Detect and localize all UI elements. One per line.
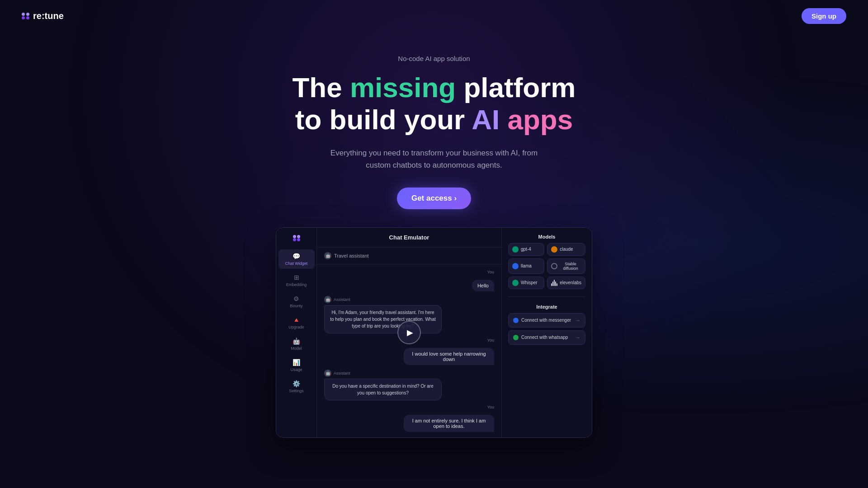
logo: re:tune bbox=[22, 11, 64, 21]
llama-dot bbox=[512, 263, 519, 269]
title-apps: apps bbox=[507, 104, 573, 135]
claude-dot bbox=[551, 246, 557, 253]
you-label-3: You bbox=[487, 405, 494, 409]
logo-text: re:tune bbox=[33, 11, 64, 21]
get-access-button[interactable]: Get access › bbox=[397, 188, 471, 209]
sidebar-item-bounty[interactable]: ⚙ Bounty bbox=[278, 292, 315, 311]
assistant-label-2: 🤖 Assistant bbox=[324, 370, 494, 377]
messenger-label: Connect with messenger bbox=[521, 318, 571, 323]
integrate-whatsapp[interactable]: Connect with whatsapp → bbox=[508, 330, 585, 345]
hero-subtitle: Everything you need to transform your bu… bbox=[321, 147, 547, 171]
model-whisper[interactable]: Whisper bbox=[508, 277, 544, 289]
assistant-icon-1: 🤖 bbox=[324, 296, 331, 303]
panel-divider bbox=[508, 296, 585, 297]
elevenlabs-icon bbox=[551, 280, 557, 286]
whatsapp-item-left: Connect with whatsapp bbox=[513, 335, 568, 340]
whatsapp-arrow-icon: → bbox=[575, 334, 580, 341]
hero-section: No-code AI app solution The missing plat… bbox=[0, 32, 868, 451]
bot-icon: 🤖 bbox=[324, 252, 331, 259]
models-title: Models bbox=[508, 234, 585, 239]
model-icon: 🤖 bbox=[292, 338, 300, 345]
play-icon: ▶ bbox=[407, 328, 413, 338]
sidebar-item-settings[interactable]: ⚙️ Settings bbox=[278, 377, 315, 396]
sidebar-item-upgrade[interactable]: 🔺 Upgrade bbox=[278, 313, 315, 333]
hero-badge: No-code AI app solution bbox=[9, 55, 859, 62]
chat-subheader: 🤖 Travel assistant bbox=[317, 248, 501, 264]
signup-button[interactable]: Sign up bbox=[802, 8, 846, 24]
whatsapp-label: Connect with whatsapp bbox=[521, 335, 568, 340]
model-elevenlabs-label: elevenlabs bbox=[560, 280, 581, 285]
model-gpt4-label: gpt-4 bbox=[521, 247, 531, 252]
integrate-messenger[interactable]: Connect with messenger → bbox=[508, 313, 585, 328]
models-section: Models gpt-4 claude llama bbox=[508, 234, 585, 289]
chat-header: Chat Emulator bbox=[317, 228, 501, 248]
sidebar-label-usage: Usage bbox=[290, 367, 302, 372]
sidebar-label-model: Model bbox=[291, 346, 302, 351]
model-whisper-label: Whisper bbox=[521, 280, 538, 285]
dashboard-preview: 💬 Chat Widget ⊞ Embedding ⚙ Bounty 🔺 Upg… bbox=[276, 227, 592, 438]
whatsapp-dot bbox=[513, 335, 519, 340]
sidebar-label-bounty: Bounty bbox=[290, 304, 302, 308]
assistant-icon-2: 🤖 bbox=[324, 370, 331, 377]
model-claude[interactable]: claude bbox=[547, 243, 585, 256]
messenger-dot bbox=[513, 318, 519, 323]
title-ai: AI bbox=[472, 104, 500, 135]
message-assistant-2: Do you have a specific destination in mi… bbox=[324, 379, 442, 400]
sidebar-item-chat-widget[interactable]: 💬 Chat Widget bbox=[278, 249, 315, 269]
play-button[interactable]: ▶ bbox=[397, 321, 421, 344]
title-part3: to build your bbox=[295, 104, 472, 135]
stable-diffusion-dot bbox=[551, 263, 557, 269]
model-stable-diffusion-label: Stable diffusion bbox=[560, 262, 581, 271]
title-part1: The bbox=[292, 72, 350, 103]
chat-main: Chat Emulator 🤖 Travel assistant You Hel… bbox=[317, 228, 501, 437]
sidebar-item-model[interactable]: 🤖 Model bbox=[278, 334, 315, 354]
sidebar-logo bbox=[293, 235, 300, 241]
message-you-2: I would love some help narrowing down bbox=[404, 348, 494, 365]
sidebar-item-embedding[interactable]: ⊞ Embedding bbox=[278, 271, 315, 290]
right-panel: Models gpt-4 claude llama bbox=[501, 228, 592, 437]
messenger-item-left: Connect with messenger bbox=[513, 318, 571, 323]
model-gpt4[interactable]: gpt-4 bbox=[508, 243, 544, 256]
title-missing: missing bbox=[350, 72, 456, 103]
assistant-label-1: 🤖 Assistant bbox=[324, 296, 494, 303]
model-llama-label: llama bbox=[521, 263, 532, 268]
model-claude-label: claude bbox=[560, 247, 573, 252]
bounty-icon: ⚙ bbox=[293, 295, 299, 302]
chat-subheader-label: Travel assistant bbox=[334, 253, 369, 258]
chat-messages: You Hello 🤖 Assistant Hi, I'm Adam, your… bbox=[317, 264, 501, 437]
sidebar-label-upgrade: Upgrade bbox=[288, 325, 304, 329]
hero-title: The missing platform to build your AI ap… bbox=[9, 71, 859, 136]
message-you-3: I am not entirely sure. I think I am ope… bbox=[404, 415, 494, 432]
title-part2: platform bbox=[456, 72, 576, 103]
you-label-1: You bbox=[487, 270, 494, 274]
model-llama[interactable]: llama bbox=[508, 258, 544, 274]
integrate-section: Integrate Connect with messenger → bbox=[508, 304, 585, 345]
whisper-dot bbox=[512, 280, 519, 286]
you-label-2: You bbox=[487, 338, 494, 343]
sidebar: 💬 Chat Widget ⊞ Embedding ⚙ Bounty 🔺 Upg… bbox=[276, 228, 317, 437]
embedding-icon: ⊞ bbox=[294, 274, 299, 281]
models-grid: gpt-4 claude llama Stable diffusion bbox=[508, 243, 585, 289]
sidebar-item-usage[interactable]: 📊 Usage bbox=[278, 356, 315, 375]
model-elevenlabs[interactable]: elevenlabs bbox=[547, 277, 585, 289]
header: re:tune Sign up bbox=[0, 0, 868, 32]
logo-icon bbox=[22, 13, 29, 19]
sidebar-label-settings: Settings bbox=[289, 389, 304, 393]
message-assistant-1: Hi, I'm Adam, your friendly travel assis… bbox=[324, 305, 442, 333]
usage-icon: 📊 bbox=[292, 359, 300, 366]
chat-widget-icon: 💬 bbox=[292, 253, 300, 260]
gpt4-dot bbox=[512, 246, 519, 253]
message-assistant-2-wrap: 🤖 Assistant Do you have a specific desti… bbox=[324, 370, 494, 400]
sidebar-label-chat-widget: Chat Widget bbox=[285, 261, 308, 266]
message-you-1: Hello bbox=[472, 280, 494, 291]
upgrade-icon: 🔺 bbox=[292, 316, 300, 324]
integrate-items: Connect with messenger → Connect with wh… bbox=[508, 313, 585, 345]
sidebar-label-embedding: Embedding bbox=[286, 282, 307, 287]
integrate-title: Integrate bbox=[508, 304, 585, 310]
messenger-arrow-icon: → bbox=[575, 317, 580, 324]
settings-icon: ⚙️ bbox=[292, 380, 300, 387]
model-stable-diffusion[interactable]: Stable diffusion bbox=[547, 258, 585, 274]
